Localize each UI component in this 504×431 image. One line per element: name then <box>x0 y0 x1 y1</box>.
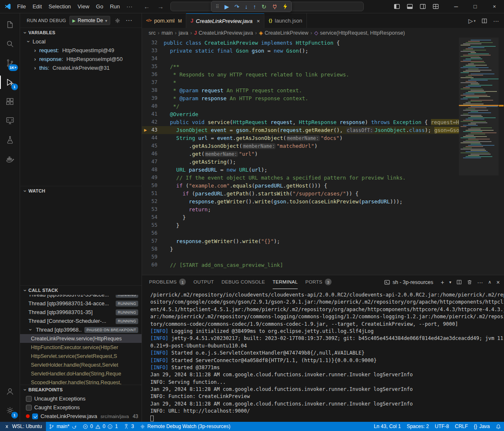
testing-icon[interactable] <box>0 130 20 150</box>
toggle-primary-sidebar-icon[interactable] <box>394 3 400 10</box>
line-number-gutter[interactable]: 48 <box>142 166 164 174</box>
notifications-bell-icon[interactable] <box>493 422 504 431</box>
remote-explorer-icon[interactable] <box>0 111 20 130</box>
minimap[interactable] <box>459 38 499 275</box>
breakpoints-section-header[interactable]: › BREAKPOINTS <box>20 385 142 394</box>
line-number-gutter[interactable]: 44 <box>142 134 164 142</box>
editor-more-actions-icon[interactable]: ··· <box>493 18 499 24</box>
cursor-position-status[interactable]: Ln 43, Col 1 <box>371 422 404 431</box>
breakpoint-checkbox[interactable] <box>32 413 38 419</box>
line-number-gutter[interactable]: 41 <box>142 110 164 118</box>
code-line[interactable]: 49 // If the event object URL matches a … <box>142 174 459 182</box>
run-java-button[interactable]: ▷▾ <box>469 18 476 24</box>
start-debugging-icon[interactable]: ▶ <box>72 18 76 23</box>
callstack-item[interactable]: Thread [qtp399683701-35]RUNNING <box>20 308 142 317</box>
code-line[interactable]: 54 } <box>142 213 459 221</box>
toggle-secondary-sidebar-icon[interactable] <box>420 3 426 10</box>
line-number-gutter[interactable]: 51 <box>142 190 164 198</box>
debug-continue-icon[interactable]: ▶ <box>225 3 229 10</box>
debug-configure-gear-icon[interactable] <box>114 17 122 25</box>
line-number-gutter[interactable]: 42 <box>142 118 164 126</box>
code-line[interactable]: 59 <box>142 253 459 261</box>
navigate-forward-icon[interactable]: → <box>156 3 165 10</box>
callstack-item[interactable]: Thread [qtp399683701-34-acce...RUNNING <box>20 299 142 308</box>
code-line[interactable]: 41 @Override <box>142 110 459 118</box>
code-line[interactable]: 36 * Responds to any HTTP request relate… <box>142 71 459 79</box>
running-task-status[interactable]: Remote Debug Watch (3p-resources) <box>137 422 233 431</box>
hot-code-replace-icon[interactable] <box>283 4 287 10</box>
code-line[interactable]: 57 response.getWriter().write("{}"); <box>142 237 459 245</box>
variable-row[interactable]: ›request:HttpRequestImpl@49 <box>20 46 142 55</box>
line-number-gutter[interactable]: 52 <box>142 198 164 205</box>
callstack-item[interactable]: ServletHolder.handle(Request,Servlet <box>20 360 142 369</box>
tab-output[interactable]: OUTPUT <box>193 275 214 289</box>
problems-status[interactable]: 0 0 1 <box>80 422 121 431</box>
code-line[interactable]: 44 String url = event.getAsJsonObject(me… <box>142 134 459 142</box>
code-line[interactable]: 32public class CreateLinkPreview impleme… <box>142 39 459 47</box>
close-window-icon[interactable]: × <box>485 0 504 13</box>
watch-section-header[interactable]: › WATCH <box>20 186 142 195</box>
tab-terminal[interactable]: TERMINAL <box>273 275 298 289</box>
code-line[interactable]: 50 if ("example.com".equals(parsedURL.ge… <box>142 182 459 190</box>
code-line[interactable]: 52 response.getWriter().write(gson.toJso… <box>142 198 459 205</box>
code-line[interactable]: 40 */ <box>142 102 459 110</box>
close-tab-icon[interactable]: × <box>257 18 260 24</box>
tab-createlinkpreview-java[interactable]: J CreateLinkPreview.java × <box>186 13 264 28</box>
settings-gear-icon[interactable]: 1 <box>0 401 20 420</box>
debug-step-over-icon[interactable]: ↷ <box>235 3 240 10</box>
terminal-output[interactable]: /pierrick/.m2/repository/io/cloudevents/… <box>142 289 504 422</box>
callstack-item[interactable]: HttpServlet.service(ServletRequest,S <box>20 352 142 360</box>
line-number-gutter[interactable]: 59 <box>142 253 164 261</box>
code-line[interactable]: 58 } <box>142 245 459 253</box>
line-number-gutter[interactable]: 50 <box>142 182 164 190</box>
breakpoint-row[interactable]: Uncaught Exceptions <box>20 394 142 403</box>
split-terminal-icon[interactable] <box>456 279 462 285</box>
debug-config-dropdown[interactable]: ▶ Remote De ▾ <box>69 16 110 25</box>
line-number-gutter[interactable]: 39 <box>142 94 164 102</box>
menu-run[interactable]: Run <box>106 2 123 11</box>
code-line[interactable]: 53 return; <box>142 205 459 213</box>
code-line[interactable]: 35 /** <box>142 63 459 71</box>
language-mode-status[interactable]: {}Java <box>471 422 493 431</box>
debug-restart-icon[interactable]: ↻ <box>261 3 266 10</box>
views-more-actions-icon[interactable]: ··· <box>125 16 133 25</box>
panel-more-actions-icon[interactable]: ··· <box>477 279 483 286</box>
line-number-gutter[interactable]: 32 <box>142 39 164 47</box>
line-number-gutter[interactable]: 56 <box>142 229 164 237</box>
code-line[interactable]: 38 * @param request An HTTP request cont… <box>142 86 459 94</box>
extensions-icon[interactable] <box>0 92 20 111</box>
line-number-gutter[interactable]: 54 <box>142 213 164 221</box>
customize-layout-icon[interactable] <box>433 3 439 10</box>
tab-ports[interactable]: PORTS3 <box>305 275 332 289</box>
line-number-gutter[interactable]: 35 <box>142 63 164 71</box>
breakpoint-checkbox[interactable] <box>26 396 32 402</box>
run-and-debug-icon[interactable]: 1 <box>0 73 20 92</box>
breadcrumb-src[interactable]: src <box>149 30 156 36</box>
menu-selection[interactable]: Selection <box>45 2 74 11</box>
callstack-item[interactable]: ServletHandler.doHandle(String,Reque <box>20 369 142 378</box>
tab-debug-console[interactable]: DEBUG CONSOLE <box>221 275 265 289</box>
code-line[interactable]: 33 private static final Gson gson = new … <box>142 47 459 55</box>
breadcrumb-file[interactable]: JCreateLinkPreview.java <box>194 30 253 36</box>
debug-step-out-icon[interactable]: ↑ <box>253 3 256 10</box>
line-number-gutter[interactable]: 34 <box>142 55 164 63</box>
line-number-gutter[interactable]: 45 <box>142 142 164 150</box>
variables-section-header[interactable]: › VARIABLES <box>20 28 142 37</box>
maximize-window-icon[interactable]: □ <box>466 0 485 13</box>
line-number-gutter[interactable]: 47 <box>142 158 164 166</box>
menu-overflow-icon[interactable]: ··· <box>123 4 136 10</box>
callstack-item[interactable]: CreateLinkPreview.service(HttpReques <box>20 334 142 343</box>
code-line[interactable]: 45 .getAsJsonObject(memberName:"matchedU… <box>142 142 459 150</box>
kill-terminal-trash-icon[interactable] <box>467 279 472 285</box>
line-number-gutter[interactable]: 36 <box>142 71 164 79</box>
line-number-gutter[interactable]: 60 <box>142 261 164 269</box>
editor-scrollbar[interactable] <box>499 38 504 275</box>
forwarded-ports-status[interactable]: 3 <box>121 422 137 431</box>
call-stack-section-header[interactable]: › CALL STACK <box>20 286 142 295</box>
line-number-gutter[interactable]: 55 <box>142 221 164 229</box>
callstack-item[interactable]: ›Thread [qtp39968...PAUSED ON BREAKPOINT <box>20 325 142 334</box>
line-number-gutter[interactable]: 38 <box>142 86 164 94</box>
split-editor-icon[interactable] <box>481 18 487 24</box>
line-number-gutter[interactable]: 57 <box>142 237 164 245</box>
code-line[interactable]: 46 .get(memberName:"url") <box>142 150 459 158</box>
